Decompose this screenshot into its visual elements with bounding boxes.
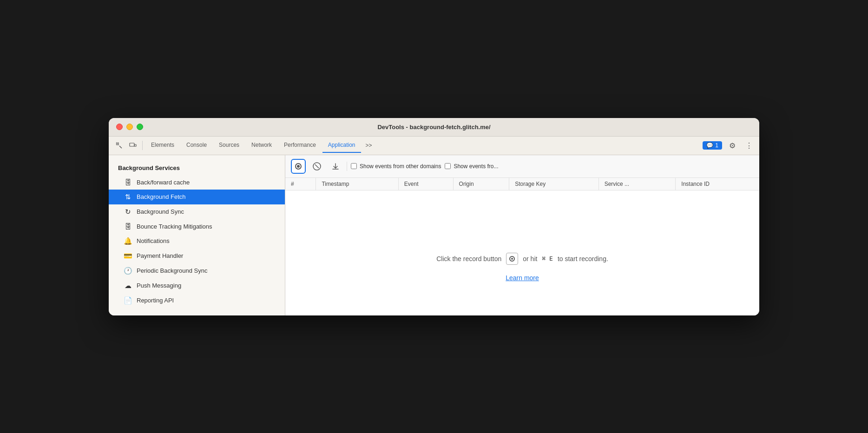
sidebar-item-label: Bounce Tracking Mitigations [137, 223, 212, 230]
chat-icon: 💬 [706, 142, 713, 149]
svg-rect-4 [134, 144, 136, 146]
tab-performance[interactable]: Performance [278, 138, 322, 153]
show-events-checkbox[interactable] [351, 163, 357, 169]
table-header-row: # Timestamp Event Origin Storage Key Ser… [285, 178, 759, 190]
sidebar: Background Services 🗄 Back/forward cache… [109, 155, 285, 315]
show-events2-checkbox[interactable] [445, 163, 451, 169]
sidebar-item-label: Background Fetch [137, 193, 186, 200]
sidebar-item-label: Reporting API [137, 297, 174, 304]
main-panel: Show events from other domains Show even… [285, 155, 759, 315]
sidebar-item-label: Background Sync [137, 208, 184, 215]
bell-icon: 🔔 [124, 237, 132, 245]
tab-console[interactable]: Console [181, 138, 212, 153]
toolbar-right: 💬 1 ⚙ ⋮ [703, 139, 756, 152]
svg-rect-2 [116, 144, 119, 145]
mini-record-ring [509, 256, 515, 262]
arrows-icon: ⇅ [124, 193, 132, 201]
sidebar-item-push-messaging[interactable]: ☁ Push Messaging [109, 278, 285, 293]
record-button[interactable] [291, 159, 306, 174]
col-number: # [285, 178, 316, 190]
empty-state: Click the record button or hit ⌘ E to st… [285, 219, 759, 315]
sidebar-item-background-sync[interactable]: ↻ Background Sync [109, 204, 285, 219]
tab-application[interactable]: Application [322, 138, 361, 153]
sidebar-item-label: Notifications [137, 237, 170, 244]
window-title: DevTools - background-fetch.glitch.me/ [377, 124, 490, 131]
col-instance-id: Instance ID [676, 178, 759, 190]
record-button-ring [295, 163, 302, 170]
badge-count: 1 [715, 142, 718, 149]
col-event: Event [398, 178, 453, 190]
show-events2-checkbox-label[interactable]: Show events fro... [445, 163, 498, 170]
main-content: Background Services 🗄 Back/forward cache… [109, 155, 759, 315]
svg-rect-3 [130, 143, 134, 146]
sidebar-section-title: Background Services [109, 163, 285, 175]
panel-toolbar: Show events from other domains Show even… [285, 155, 759, 178]
svg-line-6 [315, 164, 319, 168]
sidebar-item-payment-handler[interactable]: 💳 Payment Handler [109, 249, 285, 263]
empty-state-text-before: Click the record button [436, 255, 501, 262]
col-timestamp: Timestamp [316, 178, 398, 190]
empty-state-text-end: to start recording. [558, 255, 608, 262]
responsive-icon[interactable] [126, 139, 139, 152]
show-events2-label: Show events fro... [454, 163, 498, 170]
database2-icon: 🗄 [124, 223, 132, 230]
mini-record-icon [506, 253, 518, 265]
console-badge-button[interactable]: 💬 1 [703, 141, 722, 150]
sidebar-item-back-forward-cache[interactable]: 🗄 Back/forward cache [109, 175, 285, 190]
learn-more-link[interactable]: Learn more [506, 274, 539, 282]
toolbar-divider-1 [142, 141, 143, 150]
sidebar-item-label: Periodic Background Sync [137, 267, 207, 274]
col-origin: Origin [453, 178, 509, 190]
sidebar-item-periodic-background-sync[interactable]: 🕐 Periodic Background Sync [109, 263, 285, 278]
empty-state-description: Click the record button or hit ⌘ E to st… [436, 253, 608, 265]
events-table: # Timestamp Event Origin Storage Key Ser… [285, 178, 759, 190]
show-events-label: Show events from other domains [360, 163, 441, 170]
sidebar-item-reporting-api[interactable]: 📄 Reporting API [109, 293, 285, 308]
traffic-lights [116, 124, 143, 130]
tab-elements[interactable]: Elements [145, 138, 180, 153]
cloud-icon: ☁ [124, 282, 132, 290]
more-tabs-button[interactable]: >> [362, 140, 376, 151]
title-bar: DevTools - background-fetch.glitch.me/ [109, 118, 759, 137]
close-button[interactable] [116, 124, 123, 130]
sidebar-item-label: Payment Handler [137, 252, 183, 259]
show-events-checkbox-label[interactable]: Show events from other domains [351, 163, 441, 170]
clock-icon: 🕐 [124, 267, 132, 275]
sidebar-item-notifications[interactable]: 🔔 Notifications [109, 234, 285, 249]
card-icon: 💳 [124, 252, 132, 260]
empty-state-text-or: or hit [523, 255, 537, 262]
svg-rect-1 [116, 144, 119, 144]
clear-button[interactable] [309, 159, 324, 174]
mini-record-dot [511, 258, 513, 260]
keyboard-shortcut: ⌘ E [542, 255, 552, 262]
cursor-icon[interactable] [112, 139, 125, 152]
record-button-dot [297, 165, 300, 168]
maximize-button[interactable] [137, 124, 143, 130]
sidebar-item-bounce-tracking[interactable]: 🗄 Bounce Tracking Mitigations [109, 219, 285, 234]
tab-bar: Elements Console Sources Network Perform… [109, 137, 759, 155]
sidebar-item-label: Push Messaging [137, 282, 181, 289]
download-button[interactable] [328, 159, 343, 174]
tab-sources[interactable]: Sources [213, 138, 245, 153]
events-table-container: # Timestamp Event Origin Storage Key Ser… [285, 178, 759, 219]
col-service: Service ... [598, 178, 676, 190]
tab-network[interactable]: Network [246, 138, 277, 153]
document-icon: 📄 [124, 296, 132, 305]
more-options-icon[interactable]: ⋮ [743, 139, 756, 152]
devtools-window: DevTools - background-fetch.glitch.me/ E… [109, 118, 759, 315]
sidebar-item-label: Back/forward cache [137, 179, 190, 186]
settings-icon[interactable]: ⚙ [726, 139, 739, 152]
sidebar-item-background-fetch[interactable]: ⇅ Background Fetch [109, 190, 285, 204]
minimize-button[interactable] [126, 124, 133, 130]
panel-toolbar-divider [347, 162, 347, 171]
col-storage-key: Storage Key [509, 178, 599, 190]
svg-rect-0 [116, 143, 119, 143]
database-icon: 🗄 [124, 178, 132, 186]
sync-icon: ↻ [124, 208, 132, 216]
